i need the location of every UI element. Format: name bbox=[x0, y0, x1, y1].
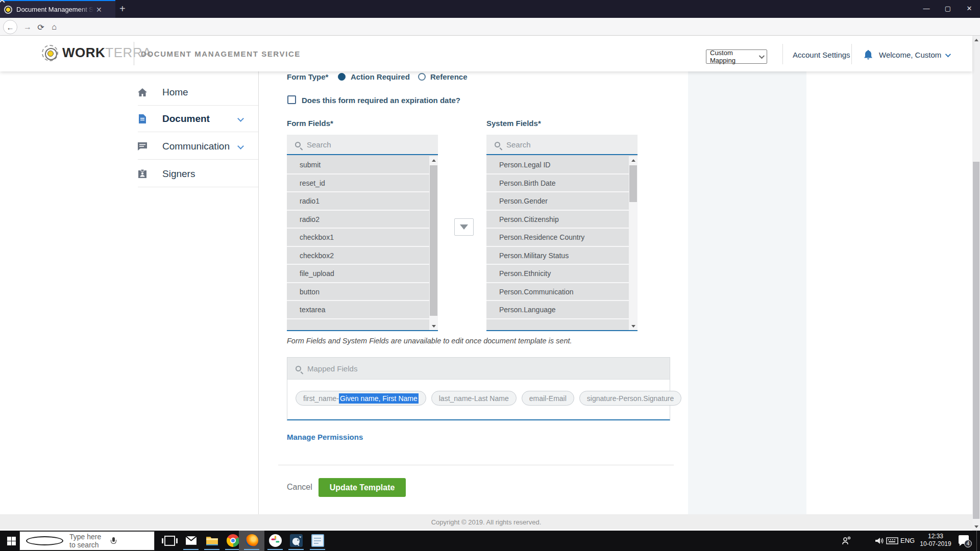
app-open-indicator bbox=[204, 549, 219, 550]
sidebar: Home Document Communication Signers bbox=[0, 71, 259, 514]
sidebar-item-home[interactable]: Home bbox=[138, 79, 258, 106]
window-minimize-button[interactable]: — bbox=[916, 0, 937, 16]
taskbar-app-notepad[interactable] bbox=[306, 531, 329, 550]
system-fields-scrollbar[interactable] bbox=[629, 156, 638, 330]
list-item[interactable]: Person.Military Status bbox=[486, 247, 629, 265]
tray-volume-icon[interactable] bbox=[874, 536, 884, 548]
forward-button[interactable]: → bbox=[20, 20, 35, 34]
list-item[interactable]: radio2 bbox=[287, 211, 429, 229]
expiration-checkbox[interactable] bbox=[287, 95, 296, 104]
tray-language[interactable]: ENG bbox=[900, 537, 915, 544]
app-open-indicator bbox=[267, 549, 283, 550]
app-open-indicator bbox=[288, 549, 304, 550]
taskbar-app-explorer[interactable] bbox=[201, 531, 223, 550]
radio-action-required[interactable] bbox=[338, 73, 346, 81]
list-item[interactable]: Person.Ethnicity bbox=[486, 265, 629, 283]
scroll-up-icon[interactable] bbox=[429, 156, 438, 164]
list-item[interactable]: checkbox1 bbox=[287, 229, 429, 247]
list-item[interactable]: textarea bbox=[287, 301, 429, 319]
app-open-indicator bbox=[310, 549, 325, 550]
radio-reference[interactable] bbox=[418, 73, 426, 81]
taskbar-app-slack[interactable] bbox=[264, 531, 286, 550]
list-item[interactable]: Person.Language bbox=[486, 301, 629, 319]
browser-tab[interactable]: Document Management Servic ✕ bbox=[0, 0, 115, 18]
back-button[interactable]: ← bbox=[3, 20, 17, 34]
chevron-down-icon bbox=[237, 143, 244, 149]
header-divider bbox=[851, 44, 852, 64]
cancel-button[interactable]: Cancel bbox=[287, 483, 312, 492]
list-item[interactable]: checkbox2 bbox=[287, 247, 429, 265]
mapped-chip[interactable]: first_name-Given name, First Name bbox=[296, 391, 426, 406]
manage-permissions-link[interactable]: Manage Permissions bbox=[287, 433, 363, 441]
new-tab-button[interactable]: + bbox=[119, 4, 126, 14]
tray-people-icon[interactable] bbox=[841, 536, 851, 548]
update-template-button[interactable]: Update Template bbox=[318, 478, 406, 497]
scrollbar-thumb[interactable] bbox=[629, 165, 637, 202]
notepad-icon bbox=[311, 534, 324, 547]
mapped-fields-search[interactable]: Mapped Fields bbox=[287, 358, 670, 380]
task-view-button[interactable] bbox=[164, 536, 175, 546]
sidebar-item-communication[interactable]: Communication bbox=[138, 133, 258, 160]
list-item[interactable]: file_upload bbox=[287, 265, 429, 283]
form-fields-search[interactable]: Search bbox=[287, 135, 438, 155]
scroll-down-icon[interactable] bbox=[429, 322, 438, 330]
list-item[interactable]: button bbox=[287, 283, 429, 302]
taskbar-app-firefox[interactable] bbox=[240, 531, 263, 550]
microphone-icon[interactable] bbox=[111, 537, 146, 545]
home-icon bbox=[138, 88, 147, 97]
scrollbar-thumb[interactable] bbox=[430, 165, 437, 316]
mapped-chip[interactable]: signature-Person.Signature bbox=[579, 391, 681, 406]
tab-title: Document Management Servic bbox=[16, 6, 94, 13]
tray-keyboard-icon[interactable] bbox=[886, 536, 898, 548]
taskbar-app-mail[interactable] bbox=[180, 531, 202, 550]
browser-tab-bar: Document Management Servic ✕ + — ▢ ✕ bbox=[0, 0, 980, 18]
home-button[interactable]: ⌂ bbox=[47, 20, 61, 34]
scroll-down-icon[interactable] bbox=[972, 522, 980, 531]
chip-selected-text: Given name, First Name bbox=[339, 393, 419, 404]
taskbar-app-pgadmin[interactable] bbox=[285, 531, 307, 550]
form-fields-scrollbar[interactable] bbox=[429, 156, 438, 330]
sidebar-item-label: Home bbox=[162, 87, 188, 98]
scroll-up-icon[interactable] bbox=[972, 36, 980, 44]
brand-name: WORKTERRA bbox=[62, 45, 152, 61]
scrollbar-thumb[interactable] bbox=[973, 162, 979, 519]
list-item[interactable]: submit bbox=[287, 156, 429, 174]
list-item[interactable]: Person.Citizenship bbox=[486, 211, 629, 229]
start-button[interactable] bbox=[7, 537, 16, 545]
tab-close-icon[interactable]: ✕ bbox=[96, 6, 102, 14]
mapped-chip[interactable]: last_name-Last Name bbox=[431, 391, 517, 406]
copyright-text: Copyright © 2019. All rights reserved. bbox=[431, 518, 542, 526]
scroll-up-icon[interactable] bbox=[629, 156, 638, 164]
list-item[interactable]: radio1 bbox=[287, 192, 429, 211]
list-item[interactable]: reset_id bbox=[287, 174, 429, 193]
window-close-button[interactable]: ✕ bbox=[959, 0, 980, 16]
system-fields-search[interactable]: Search bbox=[486, 135, 638, 155]
search-icon bbox=[296, 366, 301, 371]
notification-badge: 4 bbox=[964, 540, 972, 547]
window-maximize-button[interactable]: ▢ bbox=[937, 0, 959, 16]
list-item[interactable]: Person.Legal ID bbox=[486, 156, 629, 174]
mapping-select[interactable]: Custom Mapping bbox=[706, 49, 767, 64]
list-item[interactable]: Person.Birth Date bbox=[486, 174, 629, 193]
sidebar-item-signers[interactable]: Signers bbox=[138, 161, 258, 187]
sidebar-item-document[interactable]: Document bbox=[138, 106, 258, 132]
tab-favicon-icon bbox=[4, 6, 12, 14]
mapped-chip[interactable]: email-Email bbox=[522, 391, 574, 406]
account-settings-link[interactable]: Account Settings bbox=[793, 51, 850, 59]
show-desktop-button[interactable] bbox=[976, 531, 977, 551]
welcome-menu[interactable]: Welcome, Custom bbox=[879, 51, 949, 59]
scroll-down-icon[interactable] bbox=[629, 322, 638, 330]
page-scrollbar[interactable] bbox=[972, 36, 980, 531]
chip-prefix: first_name- bbox=[303, 394, 339, 403]
taskbar-search-box[interactable]: Type here to search bbox=[19, 531, 155, 550]
mail-icon bbox=[185, 534, 198, 547]
notification-bell-icon[interactable] bbox=[864, 50, 873, 62]
list-item[interactable]: Person.Communication bbox=[486, 283, 629, 302]
map-fields-button[interactable] bbox=[454, 218, 474, 236]
list-item[interactable]: Person.Residence Country bbox=[486, 229, 629, 247]
taskbar-search-placeholder: Type here to search bbox=[69, 533, 105, 549]
reload-button[interactable]: ⟳ bbox=[34, 20, 48, 34]
list-item[interactable]: Person.Gender bbox=[486, 192, 629, 211]
form-fields-panel: Search submitreset_idradio1radio2checkbo… bbox=[287, 135, 438, 331]
tray-clock[interactable]: 12:33 10-07-2019 bbox=[920, 533, 951, 548]
